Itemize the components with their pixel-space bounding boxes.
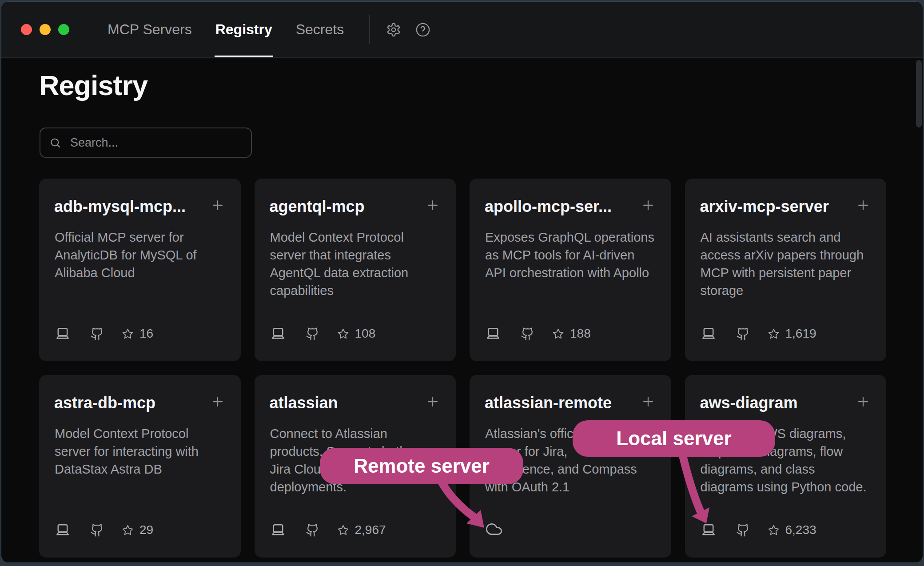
titlebar-divider [369, 15, 370, 44]
zoom-button[interactable] [58, 24, 69, 35]
help-button[interactable] [415, 22, 430, 37]
titlebar: MCP ServersRegistrySecrets [1, 2, 923, 58]
server-name: arxiv-mcp-server [700, 197, 848, 216]
star-count: 1,619 [785, 327, 816, 341]
add-server-button[interactable] [854, 196, 872, 214]
server-card-1[interactable]: adb-mysql-mcp... Official MCP server for… [39, 179, 241, 361]
star-rating: 188 [552, 327, 591, 341]
server-name: atlassian-remote [485, 394, 633, 412]
local-server-icon [270, 326, 286, 342]
server-name: agentql-mcp [270, 197, 418, 216]
local-server-icon [485, 326, 501, 342]
github-icon [306, 327, 319, 341]
github-icon [736, 327, 750, 341]
gear-icon [386, 22, 401, 37]
plus-icon [210, 198, 225, 213]
close-button[interactable] [21, 24, 32, 35]
minimize-button[interactable] [40, 24, 51, 35]
plus-icon [425, 198, 440, 213]
card-footer: 16 [55, 326, 228, 342]
settings-button[interactable] [386, 22, 401, 37]
search-icon [49, 137, 61, 149]
github-icon [736, 523, 750, 537]
star-rating: 2,967 [337, 523, 386, 537]
github-icon [306, 523, 319, 537]
server-card-4[interactable]: arxiv-mcp-server AI assistants search an… [685, 179, 887, 361]
star-rating: 6,233 [768, 523, 816, 537]
traffic-lights [21, 2, 69, 57]
github-icon [90, 327, 104, 341]
star-count: 29 [139, 523, 153, 537]
server-card-8[interactable]: aws-diagram Generate AWS diagrams, seque… [685, 375, 887, 558]
server-description: AI assistants search and access arXiv pa… [701, 228, 874, 299]
local-server-icon [55, 522, 71, 538]
add-server-button[interactable] [424, 393, 442, 411]
plus-icon [856, 198, 871, 213]
server-card-3[interactable]: apollo-mcp-ser... Exposes GraphQL operat… [470, 179, 671, 361]
card-footer: 6,233 [701, 522, 874, 538]
cloud-server-icon [485, 520, 503, 538]
tab-bar: MCP ServersRegistrySecrets [107, 2, 345, 57]
server-name: adb-mysql-mcp... [54, 197, 203, 216]
server-name: aws-diagram [700, 394, 848, 412]
server-name: astra-db-mcp [54, 394, 203, 412]
star-icon [552, 328, 564, 340]
star-icon [337, 328, 349, 340]
server-name: atlassian [270, 394, 418, 412]
add-server-button[interactable] [854, 393, 872, 411]
tab-secrets[interactable]: Secrets [295, 2, 345, 57]
page-title: Registry [39, 69, 147, 101]
add-server-button[interactable] [639, 196, 657, 214]
star-rating: 29 [122, 523, 153, 537]
server-description: Official MCP server for AnalyticDB for M… [55, 228, 228, 282]
card-footer: 1,619 [701, 326, 874, 342]
plus-icon [425, 394, 440, 409]
star-rating: 16 [122, 327, 153, 341]
github-icon [521, 327, 534, 341]
plus-icon [856, 394, 871, 409]
card-footer: 29 [55, 522, 228, 538]
plus-icon [210, 394, 225, 409]
plus-icon [641, 198, 656, 213]
annotation-remote-server-badge: Remote server [320, 448, 523, 484]
screenshot-stage: MCP ServersRegistrySecrets [0, 0, 924, 566]
tab-registry[interactable]: Registry [215, 2, 273, 57]
star-count: 108 [355, 327, 376, 341]
add-server-button[interactable] [209, 393, 227, 411]
server-description: Model Context Protocol server that integ… [270, 228, 444, 299]
star-icon [768, 524, 780, 536]
server-description: Exposes GraphQL operations as MCP tools … [485, 228, 659, 282]
server-grid: adb-mysql-mcp... Official MCP server for… [39, 179, 886, 558]
star-count: 2,967 [355, 523, 386, 537]
star-rating: 1,619 [768, 327, 816, 341]
star-rating: 108 [337, 327, 376, 341]
card-footer: 108 [270, 326, 444, 342]
star-icon [768, 328, 780, 340]
local-server-icon [270, 522, 286, 538]
star-icon [122, 524, 134, 536]
plus-icon [641, 394, 656, 409]
card-footer [485, 520, 659, 538]
add-server-button[interactable] [639, 393, 657, 411]
card-footer: 2,967 [270, 522, 444, 538]
tab-mcp-servers[interactable]: MCP Servers [107, 2, 193, 57]
scrollbar-thumb[interactable] [916, 60, 922, 128]
search-box[interactable] [40, 128, 252, 158]
server-card-2[interactable]: agentql-mcp Model Context Protocol serve… [255, 179, 456, 361]
card-footer: 188 [485, 326, 659, 342]
star-icon [122, 328, 134, 340]
server-description: Model Context Protocol server for intera… [55, 425, 228, 478]
local-server-icon [701, 522, 717, 538]
local-server-icon [55, 326, 71, 342]
add-server-button[interactable] [424, 196, 442, 214]
star-count: 188 [570, 327, 591, 341]
annotation-local-server-badge: Local server [573, 420, 775, 457]
github-icon [90, 523, 104, 537]
star-count: 6,233 [785, 523, 816, 537]
local-server-icon [701, 326, 717, 342]
add-server-button[interactable] [209, 196, 227, 214]
search-input[interactable] [69, 136, 242, 150]
server-card-5[interactable]: astra-db-mcp Model Context Protocol serv… [39, 375, 241, 558]
question-circle-icon [415, 22, 430, 37]
star-count: 16 [139, 327, 153, 341]
